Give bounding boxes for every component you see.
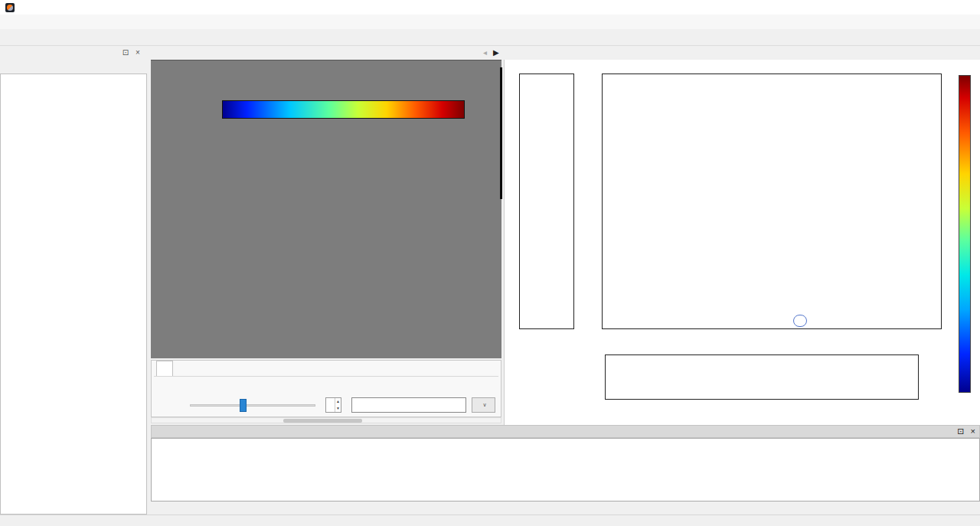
python-panel: ⊡ × (151, 425, 980, 501)
resource-tree-header: ⊡ × (0, 46, 147, 59)
horizontal-scrollbar[interactable] (151, 417, 501, 423)
float-panel-icon[interactable]: ⊡ (119, 48, 132, 57)
tab-scroll-right-icon[interactable]: ▶ (493, 48, 499, 57)
field-heatmap[interactable] (602, 74, 942, 329)
resource-tree-panel: ⊡ × (0, 46, 147, 515)
python-console[interactable] (151, 438, 980, 501)
heatmap-colorbar (959, 75, 971, 393)
maximize-button[interactable] (911, 0, 946, 15)
close-button[interactable] (946, 0, 980, 15)
menu-bar (0, 15, 980, 29)
time-controls-panel: ▲ ▼ ∨ (151, 360, 501, 417)
tab-scroll-left-icon[interactable]: ◂ (483, 48, 487, 57)
time-controls-frame: ▲ ▼ ∨ (154, 376, 498, 414)
time-slider[interactable] (190, 404, 315, 407)
colorbar-gradient (222, 100, 465, 119)
y-profile-plot[interactable] (519, 74, 574, 329)
time-value-input[interactable] (351, 397, 466, 413)
resource-tree-tabs (0, 60, 147, 74)
horizontal-scrollbar-thumb[interactable] (283, 419, 362, 423)
tab-varying-quivers[interactable] (156, 361, 173, 376)
spin-up-icon[interactable]: ▲ (335, 398, 341, 405)
resource-tree (0, 74, 147, 515)
minimize-button[interactable] (877, 0, 911, 15)
app-logo-icon (5, 3, 15, 12)
python-panel-header: ⊡ × (151, 425, 980, 438)
status-bar (0, 515, 980, 526)
x-profile-plot[interactable] (605, 354, 919, 400)
time-slider-handle[interactable] (240, 399, 247, 412)
close-panel-icon[interactable]: × (132, 48, 144, 57)
float-panel-icon[interactable]: ⊡ (957, 426, 964, 436)
toolbar (0, 29, 980, 46)
cursor-tooltip (793, 315, 807, 327)
vertical-scrollbar[interactable] (500, 67, 502, 199)
time-step-value (326, 398, 335, 412)
unit-dropdown[interactable]: ∨ (472, 397, 495, 413)
close-panel-icon[interactable]: × (971, 426, 975, 436)
application-window: ⊡ × ◂ ▶ ▲ (0, 0, 980, 526)
title-bar (0, 0, 980, 15)
spin-down-icon[interactable]: ▼ (335, 405, 341, 412)
chevron-down-icon: ∨ (482, 402, 486, 408)
time-step-spinbox[interactable]: ▲ ▼ (325, 397, 341, 413)
